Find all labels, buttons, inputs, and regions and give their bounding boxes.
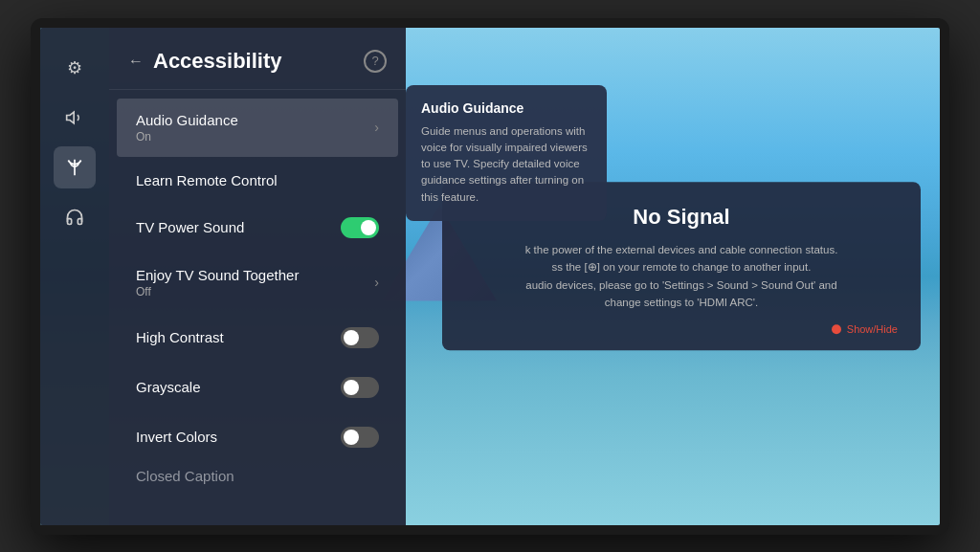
no-signal-footer: Show/Hide: [465, 323, 898, 335]
tv-screen: ⚙: [40, 28, 940, 525]
toggle-knob: [344, 330, 359, 345]
no-signal-text: k the power of the external devices and …: [465, 241, 898, 312]
toggle-knob: [344, 430, 359, 445]
toggle-knob: [361, 220, 376, 235]
menu-items: Audio Guidance On › Learn Remote Control: [109, 90, 406, 498]
high-contrast-toggle[interactable]: [341, 327, 379, 348]
panel-title: Accessibility: [153, 49, 282, 74]
tooltip-title: Audio Guidance: [421, 100, 591, 116]
tv-outer: ⚙: [31, 18, 949, 535]
help-button[interactable]: ?: [364, 50, 387, 73]
menu-item-grayscale[interactable]: Grayscale: [117, 364, 398, 411]
tv-power-sound-toggle[interactable]: [341, 217, 379, 238]
settings-icon[interactable]: ⚙: [54, 47, 96, 89]
chevron-right-icon: ›: [374, 275, 379, 290]
menu-item-audio-guidance[interactable]: Audio Guidance On ›: [117, 99, 398, 157]
tooltip-text: Guide menus and operations with voice fo…: [421, 123, 591, 206]
menu-item-enjoy-tv-sound[interactable]: Enjoy TV Sound Together Off ›: [117, 254, 398, 312]
antenna-icon[interactable]: [54, 146, 96, 188]
toggle-knob: [344, 380, 359, 395]
panel-header-left: ← Accessibility: [128, 49, 282, 74]
sidebar: ⚙: [40, 28, 109, 525]
chevron-right-icon: ›: [374, 120, 379, 135]
volume-icon[interactable]: [54, 97, 96, 139]
invert-colors-toggle[interactable]: [341, 427, 379, 448]
back-button[interactable]: ←: [128, 53, 144, 70]
menu-item-tv-power-sound[interactable]: TV Power Sound: [117, 204, 398, 252]
menu-item-high-contrast[interactable]: High Contrast: [117, 314, 398, 362]
show-hide-dot: [832, 324, 841, 334]
headphone-icon[interactable]: [54, 196, 96, 238]
menu-item-closed-caption[interactable]: Closed Caption: [117, 463, 398, 490]
show-hide-label: Show/Hide: [847, 323, 898, 335]
audio-guidance-tooltip: Audio Guidance Guide menus and operation…: [406, 85, 607, 221]
menu-item-invert-colors[interactable]: Invert Colors: [117, 413, 398, 461]
grayscale-toggle[interactable]: [341, 377, 379, 398]
accessibility-panel: ← Accessibility ? Audio Guidance On ›: [109, 28, 406, 525]
show-hide-button[interactable]: Show/Hide: [832, 323, 898, 335]
menu-item-learn-remote[interactable]: Learn Remote Control: [117, 159, 398, 202]
panel-header: ← Accessibility ?: [109, 28, 406, 90]
svg-marker-0: [67, 112, 75, 123]
